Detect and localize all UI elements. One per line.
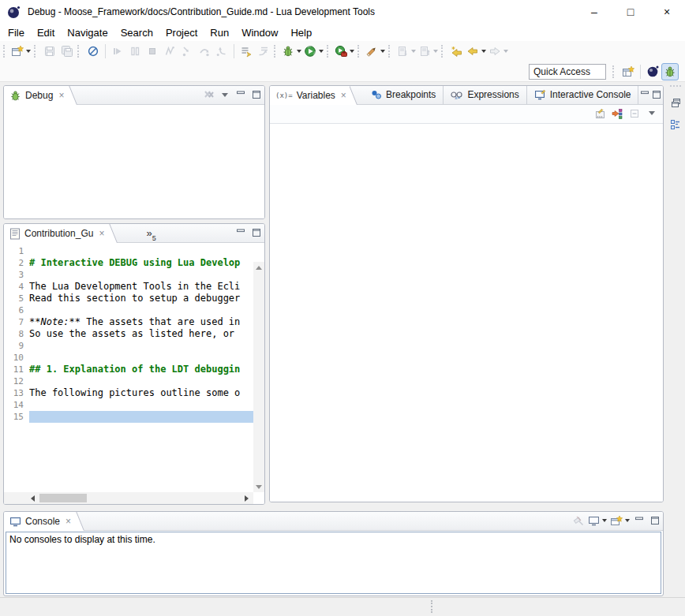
editor-maximize-button[interactable] <box>249 225 264 241</box>
code-line: 11## 1. Explanation of the LDT debuggin <box>4 364 253 375</box>
menu-search[interactable]: Search <box>114 24 159 41</box>
resume-button[interactable] <box>109 43 126 60</box>
external-tools-dropdown-icon[interactable] <box>350 50 354 53</box>
debug-view-menu-button[interactable] <box>217 87 233 103</box>
code-line: 1 <box>4 245 253 257</box>
last-edit-location-button[interactable] <box>448 43 466 60</box>
show-type-names-button[interactable] <box>592 106 608 121</box>
terminate-button[interactable] <box>144 43 161 60</box>
forward-button[interactable] <box>488 43 510 60</box>
menu-navigate[interactable]: Navigate <box>61 24 114 41</box>
suspend-button[interactable] <box>126 43 144 60</box>
previous-annotation-dropdown-icon[interactable] <box>433 50 438 53</box>
line-text: The following pictures outline some o <box>29 387 253 399</box>
tab-contribution-guide[interactable]: Contribution_Gu × <box>4 224 107 243</box>
back-dropdown-icon[interactable] <box>481 50 486 53</box>
tab-variables[interactable]: (x)= Variables × <box>270 86 350 105</box>
pin-console-button[interactable] <box>571 513 586 528</box>
use-step-filters-button[interactable] <box>238 43 255 60</box>
new-wizard-button[interactable] <box>10 43 32 60</box>
debug-perspective-button[interactable] <box>661 63 679 80</box>
menu-file[interactable]: File <box>2 24 31 41</box>
run-launch-dropdown-icon[interactable] <box>319 50 324 53</box>
menu-window[interactable]: Window <box>235 24 284 41</box>
new-wizard-dropdown-icon[interactable] <box>26 50 31 53</box>
tab-breakpoints[interactable]: Breakpoints <box>364 85 444 104</box>
scroll-up-arrow-icon[interactable] <box>253 262 264 273</box>
drop-to-frame-button[interactable] <box>255 43 272 60</box>
menu-help[interactable]: Help <box>284 24 318 41</box>
step-return-button[interactable] <box>213 43 230 60</box>
editor-vertical-scrollbar[interactable] <box>253 262 264 492</box>
forward-dropdown-icon[interactable] <box>503 50 508 53</box>
display-selected-console-button[interactable] <box>586 513 608 528</box>
tab-debug[interactable]: Debug × <box>4 86 67 105</box>
editor-minimize-button[interactable] <box>233 225 249 241</box>
open-console-dropdown-icon[interactable] <box>625 519 630 522</box>
previous-annotation-button[interactable] <box>417 43 440 60</box>
lua-perspective-button[interactable] <box>644 63 661 80</box>
debug-view-maximize-button[interactable] <box>249 87 264 103</box>
display-selected-console-dropdown-icon[interactable] <box>602 519 607 522</box>
menu-run[interactable]: Run <box>204 24 235 41</box>
code-area[interactable]: 1 2# Interactive DEBUG using Lua Develop… <box>4 245 253 423</box>
horizontal-scroll-thumb[interactable] <box>39 494 87 502</box>
statusbar-drag-handle[interactable] <box>431 600 432 613</box>
next-annotation-dropdown-icon[interactable] <box>411 50 416 53</box>
show-logical-structure-button[interactable] <box>609 106 625 121</box>
code-line-selected: 15 <box>4 411 253 423</box>
debug-launch-button[interactable] <box>281 43 303 60</box>
console-content[interactable]: No consoles to display at this time. <box>6 532 661 594</box>
window-controls: – □ × <box>576 0 685 24</box>
variables-minimize-button[interactable] <box>638 87 650 103</box>
next-annotation-button[interactable] <box>395 43 417 60</box>
step-over-button[interactable] <box>196 43 213 60</box>
console-tab-close-icon[interactable]: × <box>64 516 73 527</box>
debug-tab-close-icon[interactable]: × <box>57 90 66 101</box>
open-task-button[interactable] <box>365 43 387 60</box>
debug-view-minimize-button[interactable] <box>233 87 249 103</box>
collapse-all-button[interactable] <box>627 106 642 121</box>
quick-access-input[interactable]: Quick Access <box>529 64 606 80</box>
menu-project[interactable]: Project <box>159 24 204 41</box>
console-maximize-button[interactable] <box>647 513 663 528</box>
tab-interactive-console[interactable]: Interactive Console <box>527 85 639 104</box>
close-button[interactable]: × <box>649 0 685 24</box>
console-minimize-button[interactable] <box>631 513 647 528</box>
debug-launch-dropdown-icon[interactable] <box>297 50 301 53</box>
menu-edit[interactable]: Edit <box>31 24 61 41</box>
maximize-button[interactable]: □ <box>612 0 649 24</box>
scroll-left-arrow-icon[interactable] <box>31 495 35 502</box>
remove-all-terminated-button[interactable] <box>201 87 217 103</box>
tab-expressions[interactable]: x= Expressions <box>444 85 526 104</box>
editor-body[interactable]: 1 2# Interactive DEBUG using Lua Develop… <box>4 243 264 504</box>
window-title: Debug - Moose_Framework/docs/Contributio… <box>28 6 375 17</box>
open-console-button[interactable] <box>608 513 631 528</box>
more-editors-chevron[interactable]: »5 <box>146 230 155 242</box>
line-text <box>29 304 253 316</box>
scroll-down-arrow-icon[interactable] <box>253 481 264 492</box>
save-all-button[interactable] <box>58 43 76 60</box>
external-tools-button[interactable] <box>334 43 356 60</box>
variables-view-menu-button[interactable] <box>644 106 660 121</box>
toolbar-grip <box>34 45 38 58</box>
back-button[interactable] <box>466 43 488 60</box>
line-text <box>29 375 253 387</box>
skip-all-breakpoints-button[interactable] <box>84 43 102 60</box>
variables-tab-close-icon[interactable]: × <box>339 90 348 101</box>
restore-minimized-views-button[interactable] <box>668 95 683 110</box>
open-task-dropdown-icon[interactable] <box>380 50 385 53</box>
step-into-button[interactable] <box>178 43 196 60</box>
variables-maximize-button[interactable] <box>651 87 663 103</box>
disconnect-button[interactable] <box>161 43 178 60</box>
save-button[interactable] <box>41 43 58 60</box>
minimize-button[interactable]: – <box>576 0 612 24</box>
run-launch-button[interactable] <box>303 43 325 60</box>
open-perspective-button[interactable] <box>619 63 637 80</box>
editor-tab-close-icon[interactable]: × <box>97 228 106 239</box>
scroll-right-arrow-icon[interactable] <box>245 495 249 502</box>
code-line: 13The following pictures outline some o <box>4 387 253 399</box>
outline-view-button[interactable] <box>668 117 683 133</box>
tab-console[interactable]: Console × <box>4 512 74 531</box>
editor-horizontal-scrollbar[interactable] <box>4 492 253 504</box>
